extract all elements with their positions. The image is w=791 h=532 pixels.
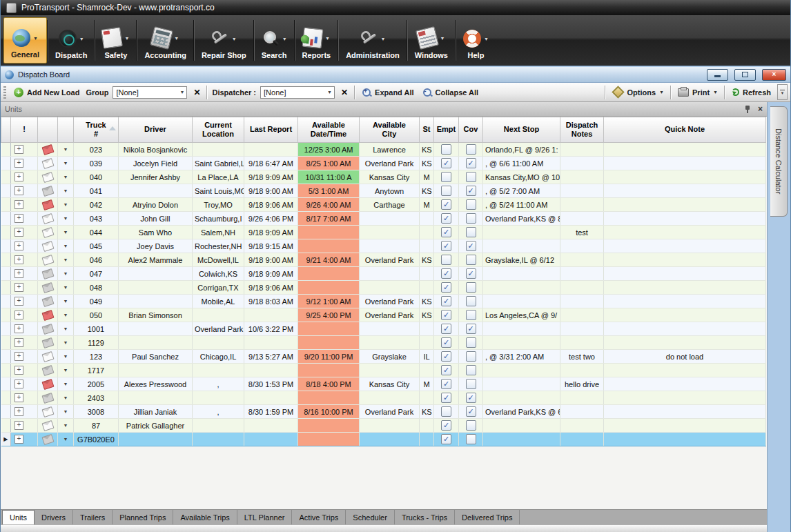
state-cell[interactable]: KS — [420, 308, 434, 322]
driver-cell[interactable] — [119, 281, 193, 295]
chevron-down-icon[interactable]: ▼ — [60, 382, 71, 386]
state-cell[interactable]: M — [420, 170, 434, 184]
last-report-cell[interactable]: 9/18 6:47 AM — [244, 157, 298, 170]
available-datetime-cell[interactable] — [298, 419, 360, 433]
driver-cell[interactable]: John Gill — [119, 212, 193, 226]
state-cell[interactable] — [420, 433, 434, 446]
quick-note-cell[interactable] — [604, 253, 766, 267]
distance-calculator-tab[interactable]: Distance Calculator — [770, 106, 788, 217]
column-header-quick_note[interactable]: Quick Note — [604, 117, 766, 143]
state-cell[interactable]: KS — [420, 405, 434, 419]
main-toolbar-item-accounting[interactable]: ▼Accounting — [137, 17, 193, 63]
state-cell[interactable] — [420, 322, 434, 336]
quick-note-cell[interactable] — [604, 308, 766, 322]
last-report-cell[interactable]: 9/18 9:09 AM — [244, 226, 298, 239]
chevron-down-icon[interactable]: ▼ — [60, 423, 71, 428]
covered-checkbox[interactable] — [466, 255, 476, 265]
quick-note-cell[interactable] — [604, 198, 766, 212]
last-report-cell[interactable] — [244, 419, 298, 433]
dispatch-note-cell[interactable] — [560, 405, 604, 419]
empty-checkbox[interactable]: ✓ — [441, 379, 451, 389]
state-cell[interactable]: KS — [420, 295, 434, 308]
chevron-down-icon[interactable]: ▼ — [60, 340, 71, 345]
next-stop-cell[interactable]: , @ 6/6 11:00 AM — [483, 157, 560, 170]
state-cell[interactable] — [420, 391, 434, 405]
column-header-tag[interactable] — [38, 117, 58, 143]
dispatch-note-cell[interactable] — [560, 308, 604, 322]
tab-available-trips[interactable]: Available Trips — [173, 510, 237, 524]
table-row[interactable]: +▼049Mobile,AL9/18 8:03 AM9/12 1:00 AMOv… — [1, 295, 766, 308]
expand-row-icon[interactable]: + — [14, 324, 23, 333]
city-cell[interactable] — [360, 226, 420, 239]
city-cell[interactable]: Overland Park — [360, 253, 420, 267]
next-stop-cell[interactable] — [483, 433, 560, 446]
chevron-down-icon[interactable]: ▼ — [60, 271, 71, 276]
table-row[interactable]: +▼048Corrigan,TX9/18 9:06 AM✓ — [1, 281, 766, 295]
dispatch-note-cell[interactable] — [560, 433, 604, 446]
truck-cell[interactable]: 042 — [74, 198, 119, 212]
quick-note-cell[interactable] — [604, 295, 766, 308]
empty-checkbox[interactable]: ✓ — [441, 351, 451, 362]
dispatch-note-cell[interactable] — [560, 253, 604, 267]
state-cell[interactable]: M — [420, 377, 434, 391]
empty-checkbox[interactable]: ✓ — [441, 393, 451, 403]
table-row[interactable]: +▼2403✓✓ — [1, 391, 766, 405]
expand-row-icon[interactable]: + — [14, 186, 23, 195]
truck-cell[interactable]: 040 — [74, 170, 119, 184]
last-report-cell[interactable] — [244, 143, 298, 157]
column-header-empty[interactable]: Empt — [434, 117, 459, 143]
expand-row-icon[interactable]: + — [14, 366, 23, 375]
table-row[interactable]: +▼042Atryino DolonTroy,MO9/18 9:06 AM9/2… — [1, 198, 766, 212]
dispatch-note-cell[interactable] — [560, 267, 604, 281]
city-cell[interactable] — [360, 267, 420, 281]
column-header-driver[interactable]: Driver — [119, 117, 193, 143]
truck-cell[interactable]: 1001 — [74, 322, 119, 336]
covered-checkbox[interactable] — [466, 337, 476, 348]
next-stop-cell[interactable] — [483, 336, 560, 350]
next-stop-cell[interactable] — [483, 391, 560, 405]
main-toolbar-item-general[interactable]: ▼General — [3, 17, 47, 63]
next-stop-cell[interactable] — [483, 419, 560, 433]
covered-checkbox[interactable] — [466, 434, 476, 444]
truck-cell[interactable]: 039 — [74, 157, 119, 170]
available-datetime-cell[interactable]: 8/16 10:00 PM — [298, 405, 360, 419]
quick-note-cell[interactable] — [604, 419, 766, 433]
empty-checkbox[interactable]: ✓ — [441, 213, 451, 224]
state-cell[interactable]: KS — [420, 184, 434, 198]
driver-cell[interactable]: Brian Simonson — [119, 308, 193, 322]
truck-cell[interactable]: 048 — [74, 281, 119, 295]
next-stop-cell[interactable] — [483, 281, 560, 295]
covered-checkbox[interactable]: ✓ — [466, 406, 476, 417]
covered-checkbox[interactable] — [466, 379, 476, 389]
column-header-next_stop[interactable]: Next Stop — [483, 117, 560, 143]
expand-row-icon[interactable]: + — [14, 435, 23, 444]
chevron-down-icon[interactable]: ▼ — [60, 368, 71, 373]
covered-checkbox[interactable]: ✓ — [466, 241, 476, 251]
next-stop-cell[interactable] — [483, 226, 560, 239]
empty-checkbox[interactable]: ✓ — [441, 282, 451, 293]
location-cell[interactable]: Colwich,KS — [193, 267, 244, 281]
city-cell[interactable] — [360, 433, 420, 446]
state-cell[interactable] — [420, 419, 434, 433]
quick-note-cell[interactable] — [604, 157, 766, 170]
location-cell[interactable]: Overland Park — [193, 322, 244, 336]
expand-row-icon[interactable]: + — [14, 214, 23, 223]
quick-note-cell[interactable] — [604, 170, 766, 184]
city-cell[interactable]: Carthage — [360, 198, 420, 212]
expand-row-icon[interactable]: + — [14, 200, 23, 209]
state-cell[interactable]: KS — [420, 157, 434, 170]
state-cell[interactable]: KS — [420, 253, 434, 267]
table-row[interactable]: +▼023Nikola Bosjankovic12/25 3:00 AMLawr… — [1, 143, 766, 157]
expand-row-icon[interactable]: + — [14, 380, 23, 388]
column-header-location[interactable]: Current Location — [193, 117, 244, 143]
empty-checkbox[interactable]: ✓ — [441, 324, 451, 334]
quick-note-cell[interactable] — [604, 433, 766, 446]
truck-cell[interactable]: 045 — [74, 239, 119, 253]
available-datetime-cell[interactable]: 8/25 1:00 AM — [298, 157, 360, 170]
driver-cell[interactable]: Alex2 Mammale — [119, 253, 193, 267]
chevron-down-icon[interactable]: ▼ — [60, 188, 71, 193]
dispatch-note-cell[interactable] — [560, 391, 604, 405]
location-cell[interactable] — [193, 336, 244, 350]
next-stop-cell[interactable] — [483, 295, 560, 308]
last-report-cell[interactable] — [244, 364, 298, 377]
